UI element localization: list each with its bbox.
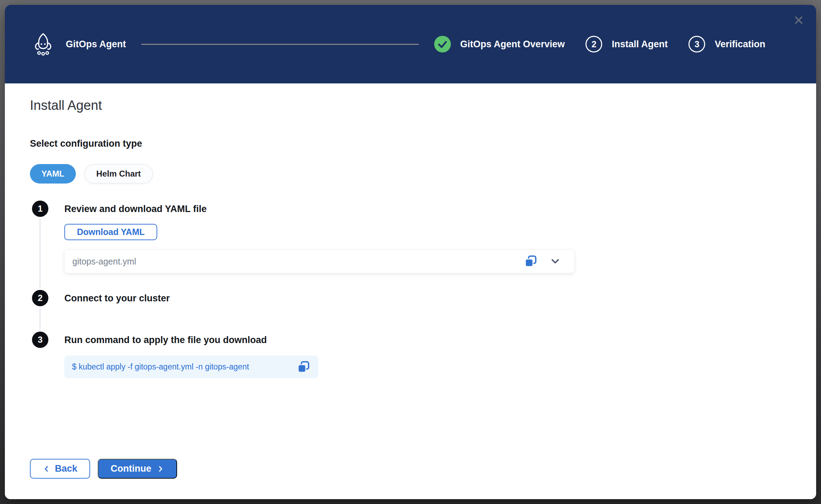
yaml-file-name: gitops-agent.yml bbox=[72, 257, 524, 267]
step-3-title: Run command to apply the file you downlo… bbox=[64, 335, 267, 346]
stepper-label: Verification bbox=[715, 39, 765, 50]
step-connector bbox=[40, 308, 40, 330]
config-type-toggle: YAML Helm Chart bbox=[30, 164, 153, 184]
dialog-header: GitOps Agent GitOps Agent Overview 2 Ins… bbox=[5, 5, 816, 83]
download-yaml-button[interactable]: Download YAML bbox=[64, 224, 157, 240]
stepper-label: Install Agent bbox=[612, 39, 668, 50]
chevron-down-icon bbox=[550, 256, 561, 267]
close-button[interactable] bbox=[791, 13, 806, 28]
kubectl-command: $ kubectl apply -f gitops-agent.yml -n g… bbox=[72, 362, 297, 372]
copy-icon bbox=[524, 255, 537, 268]
config-option-yaml[interactable]: YAML bbox=[30, 164, 76, 184]
copy-icon bbox=[297, 360, 310, 374]
step-number-badge: 3 bbox=[688, 36, 705, 52]
step-1-badge: 1 bbox=[32, 201, 48, 217]
page-title: Install Agent bbox=[30, 98, 102, 113]
dialog-title: GitOps Agent bbox=[66, 39, 126, 50]
step-number-badge: 2 bbox=[585, 36, 602, 52]
wizard-stepper: GitOps Agent Overview 2 Install Agent 3 … bbox=[434, 36, 765, 52]
kubectl-command-box: $ kubectl apply -f gitops-agent.yml -n g… bbox=[64, 356, 318, 378]
copy-command-button[interactable] bbox=[297, 360, 310, 374]
yaml-file-select[interactable]: gitops-agent.yml bbox=[64, 250, 574, 273]
back-button[interactable]: Back bbox=[30, 459, 90, 479]
dialog-body: Install Agent Select configuration type … bbox=[5, 83, 816, 499]
step-2-badge: 2 bbox=[32, 290, 48, 306]
argo-squid-logo-icon bbox=[33, 33, 53, 56]
step-connector bbox=[40, 219, 40, 288]
stepper-item-install-agent[interactable]: 2 Install Agent bbox=[585, 36, 668, 52]
install-agent-dialog: GitOps Agent GitOps Agent Overview 2 Ins… bbox=[5, 5, 816, 499]
chevron-right-icon bbox=[157, 465, 164, 473]
copy-yaml-button[interactable] bbox=[524, 255, 537, 268]
step-1-title: Review and download YAML file bbox=[64, 204, 207, 214]
step-3-badge: 3 bbox=[32, 332, 48, 348]
step-complete-check-icon bbox=[434, 36, 451, 52]
header-divider bbox=[141, 44, 419, 45]
stepper-label: GitOps Agent Overview bbox=[460, 39, 565, 50]
expand-yaml-button[interactable] bbox=[550, 256, 561, 267]
stepper-item-overview[interactable]: GitOps Agent Overview bbox=[434, 36, 565, 52]
chevron-left-icon bbox=[43, 465, 50, 473]
config-type-label: Select configuration type bbox=[30, 138, 142, 149]
close-icon bbox=[793, 14, 805, 26]
step-2-title: Connect to your cluster bbox=[64, 293, 170, 304]
stepper-item-verification[interactable]: 3 Verification bbox=[688, 36, 765, 52]
continue-button[interactable]: Continue bbox=[98, 459, 177, 479]
config-option-helm-chart[interactable]: Helm Chart bbox=[84, 164, 153, 184]
back-button-label: Back bbox=[55, 463, 78, 474]
continue-button-label: Continue bbox=[111, 463, 151, 474]
